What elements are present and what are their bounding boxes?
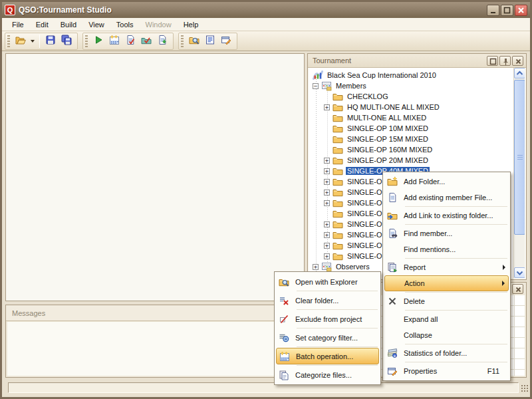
expand-toggle-icon[interactable]: +	[324, 232, 330, 238]
tree-row[interactable]: SINGLE-OP 160M MIXED	[309, 144, 525, 155]
scroll-down-icon[interactable]	[514, 267, 525, 278]
menu-item-set-category-filter[interactable]: Set category filter...	[276, 329, 379, 346]
menu-item-expand-all[interactable]: Expand all	[384, 311, 509, 327]
menu-item-add-link-to-existing-folder[interactable]: Add Link to existing folder...	[384, 207, 509, 223]
report-view-button[interactable]	[202, 34, 218, 49]
tree-label[interactable]: SINGLE-OP 160M MIXED	[346, 146, 434, 154]
menu-item-statistics-of-folder[interactable]: aStatistics of folder...	[384, 345, 509, 361]
expand-toggle-icon[interactable]: +	[313, 264, 319, 270]
expand-toggle-icon[interactable]: +	[324, 168, 330, 174]
tree-label[interactable]: SINGLE-O	[346, 220, 384, 228]
close-button[interactable]	[515, 5, 527, 16]
tree-label[interactable]: CHECKLOG	[346, 92, 390, 100]
import-log-button[interactable]	[154, 34, 170, 49]
tree-label[interactable]: SINGLE-OP 20M MIXED	[346, 156, 430, 164]
menu-item-clear-folder[interactable]: Clear folder...	[276, 292, 379, 309]
scroll-up-icon[interactable]	[514, 68, 525, 78]
maximize-panel-icon[interactable]	[487, 56, 498, 66]
folder-context-menu: Add Folder...Add existing member File...…	[382, 172, 511, 381]
expand-toggle-icon[interactable]: +	[324, 190, 330, 196]
resize-grip-icon[interactable]	[521, 384, 529, 392]
menubar-item-file[interactable]: File	[6, 19, 30, 31]
toolbar-gripper[interactable]	[85, 35, 88, 47]
menu-item-batch-operation[interactable]: Batch operation...	[276, 348, 379, 364]
doc-lines-icon	[205, 35, 215, 48]
tree-label[interactable]: Observers	[334, 263, 371, 271]
tree-row[interactable]: −Members	[309, 80, 525, 91]
expand-toggle-icon[interactable]: +	[324, 243, 330, 249]
tree-row[interactable]: +SINGLE-OP 20M MIXED	[309, 155, 525, 166]
save-all-button[interactable]	[59, 34, 74, 49]
detail-grid-close-icon[interactable]	[512, 284, 523, 294]
menu-item-action[interactable]: Action	[384, 275, 509, 291]
tree-label[interactable]: SINGLE-O	[346, 199, 384, 207]
menubar-item-edit[interactable]: Edit	[30, 19, 55, 31]
tree-label[interactable]: SINGLE-O	[346, 188, 384, 196]
toolbar	[2, 31, 530, 51]
tree-row[interactable]: SINGLE-OP 10M MIXED	[309, 123, 525, 134]
toolbar-gripper[interactable]	[7, 35, 10, 47]
folder-icon	[332, 198, 343, 208]
tree-label[interactable]: Black Sea Cup International 2010	[326, 71, 438, 79]
expand-toggle-icon[interactable]: +	[324, 253, 330, 259]
tree-label[interactable]: SINGLE-OP 15M MIXED	[346, 135, 430, 143]
find-view-button[interactable]	[186, 34, 202, 49]
tree-label[interactable]: SINGLE-OP 10M MIXED	[346, 124, 430, 132]
tree-label[interactable]: HQ MULTI-ONE ALL MIXED	[346, 103, 441, 111]
expand-toggle-icon[interactable]: +	[324, 158, 330, 164]
tree-label[interactable]: SINGLE-O	[346, 252, 384, 260]
titlebar[interactable]: Q QSO:Tournament Studio	[2, 2, 530, 18]
tree-label[interactable]: SINGLE-O	[346, 231, 384, 239]
tree-label[interactable]: Members	[334, 82, 368, 90]
tree-row[interactable]: +HQ MULTI-ONE ALL MIXED	[309, 102, 525, 112]
save-button[interactable]	[43, 34, 59, 49]
collapse-toggle-icon[interactable]: −	[313, 83, 319, 89]
close-panel-icon[interactable]	[512, 56, 523, 66]
menu-item-add-existing-member-file[interactable]: Add existing member File...	[384, 190, 509, 205]
tree-scrollbar[interactable]	[513, 68, 525, 278]
run-button[interactable]	[90, 34, 106, 49]
tree-label[interactable]: MULTI-ONE ALL MIXED	[346, 114, 428, 122]
folder-icon	[332, 176, 343, 187]
menubar-item-tools[interactable]: Tools	[110, 19, 140, 31]
menubar-item-view[interactable]: View	[82, 19, 110, 31]
menu-item-open-with-explorer[interactable]: Open with Explorer	[276, 273, 379, 290]
pin-panel-icon[interactable]	[499, 56, 511, 66]
maximize-button[interactable]	[501, 5, 513, 16]
menu-item-categorize-files[interactable]: Categorize files...	[276, 366, 379, 383]
validate-log-button[interactable]	[122, 34, 138, 49]
menubar-item-build[interactable]: Build	[55, 19, 82, 31]
expand-toggle-icon[interactable]: +	[324, 179, 330, 185]
menu-item-find-mentions[interactable]: Find mentions...	[384, 241, 509, 257]
menu-item-collapse[interactable]: Collapse	[384, 327, 509, 343]
check-folder-button[interactable]	[138, 34, 154, 49]
menu-item-add-folder[interactable]: Add Folder...	[384, 174, 509, 190]
tree-row[interactable]: MULTI-ONE ALL MIXED	[309, 112, 525, 123]
tree-row[interactable]: Black Sea Cup International 2010	[309, 70, 525, 80]
tree-label[interactable]: SINGLE-O	[346, 178, 384, 186]
expand-toggle-icon[interactable]: +	[324, 200, 330, 206]
tree-row[interactable]: SINGLE-OP 15M MIXED	[309, 134, 525, 144]
expand-toggle-icon[interactable]: +	[324, 104, 330, 110]
category-filter-icon	[279, 332, 289, 343]
tree-label[interactable]: SINGLE-O	[346, 209, 384, 217]
scrollbar-thumb[interactable]	[514, 80, 525, 235]
batch-operation-button[interactable]	[106, 34, 122, 49]
menu-item-report[interactable]: Report	[384, 259, 509, 275]
tree-label[interactable]: SINGLE-O	[346, 241, 384, 249]
menu-item-find-member[interactable]: Find member...	[384, 225, 509, 241]
menu-item-properties[interactable]: PropertiesF11	[384, 363, 509, 379]
minimize-button[interactable]	[487, 5, 499, 16]
menu-item-exclude-from-project[interactable]: Exclude from project	[276, 311, 379, 327]
expand-toggle-icon[interactable]: +	[324, 221, 330, 227]
menu-item-delete[interactable]: Delete	[384, 293, 509, 309]
toolbar-gripper[interactable]	[181, 35, 184, 47]
menubar-item-help[interactable]: Help	[178, 19, 205, 31]
open-file-dropdown-icon[interactable]	[31, 40, 35, 43]
document-icon	[387, 192, 398, 203]
tree-row[interactable]: CHECKLOG	[309, 91, 525, 102]
open-file-button[interactable]	[13, 34, 29, 49]
tournament-caption[interactable]: Tournament	[308, 54, 526, 68]
menubar-item-window[interactable]: Window	[140, 19, 178, 31]
properties-view-button[interactable]	[218, 34, 234, 49]
